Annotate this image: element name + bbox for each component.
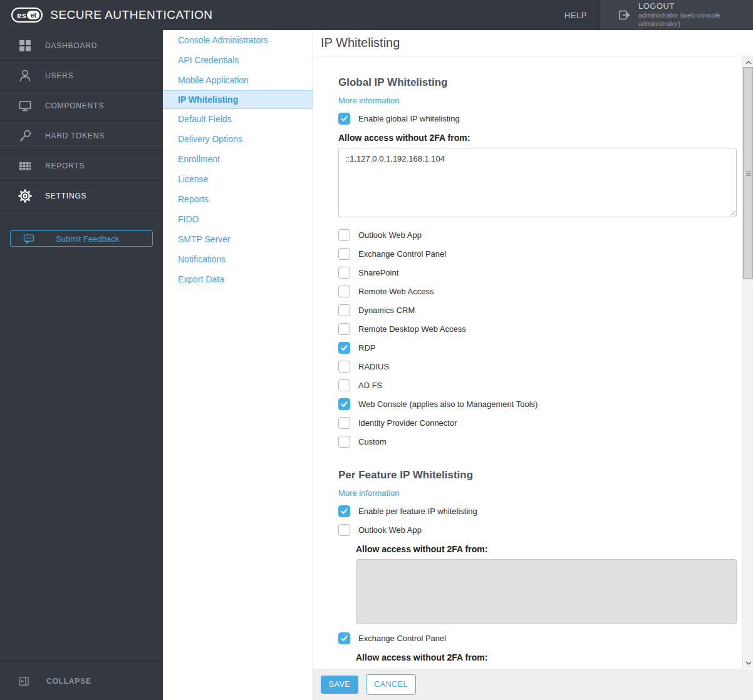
- dashboard-icon: [17, 38, 33, 54]
- sidebar-item-label: DASHBOARD: [45, 41, 97, 50]
- reports-icon: [17, 158, 33, 174]
- settings-scroll-area: Global IP Whitelisting More information …: [313, 57, 742, 667]
- custom-checkbox[interactable]: [338, 436, 350, 448]
- sidebar-item-label: REPORTS: [45, 162, 85, 170]
- eset-logo-left: es: [17, 11, 26, 20]
- scrollbar-grip-icon: [746, 171, 751, 176]
- feature-label: Exchange Control Panel: [358, 249, 446, 259]
- feature-row-sharepoint: SharePoint: [338, 267, 742, 279]
- sidebar-item-hard-tokens[interactable]: HARD TOKENS: [0, 120, 163, 150]
- brand-name: SECURE AUTHENTICATION: [50, 8, 212, 22]
- submenu-item-label: Default Fields: [178, 114, 232, 124]
- global-section-heading: Global IP Whitelisting: [338, 76, 742, 89]
- enable-per-feature-checkbox[interactable]: [338, 505, 350, 517]
- per-feature-section: Per Feature IP Whitelisting More informa…: [338, 469, 742, 667]
- outlook-web-app-checkbox[interactable]: [338, 229, 350, 241]
- scrollbar-thumb[interactable]: [743, 67, 753, 279]
- remote-desktop-web-access-checkbox[interactable]: [338, 323, 350, 335]
- exchange-control-panel-checkbox[interactable]: [338, 248, 350, 260]
- submit-feedback-label: Submit Feedback: [56, 234, 119, 244]
- enable-global-whitelisting-checkbox[interactable]: [338, 113, 350, 125]
- help-button[interactable]: HELP: [564, 0, 587, 30]
- submenu-item-reports[interactable]: Reports: [163, 189, 313, 209]
- feature-label: AD FS: [358, 381, 382, 390]
- sidebar-item-settings[interactable]: SETTINGS: [0, 180, 163, 210]
- brand: es et SECURE AUTHENTICATION: [11, 0, 213, 30]
- sidebar-item-dashboard[interactable]: DASHBOARD: [0, 30, 163, 60]
- save-button[interactable]: SAVE: [321, 676, 358, 694]
- cancel-button[interactable]: CANCEL: [366, 674, 416, 695]
- key-icon: [17, 128, 33, 144]
- eset-logo-icon: es et: [11, 8, 43, 23]
- feature-row-exchange-control-panel: Exchange Control Panel: [338, 248, 742, 260]
- app-window: es et SECURE AUTHENTICATION HELP LOGOUT …: [0, 0, 753, 700]
- feature-row-radius: RADIUS: [338, 361, 742, 373]
- global-feature-list: Outlook Web App Exchange Control Panel S…: [338, 229, 742, 448]
- feedback-bubble-icon: [23, 232, 35, 245]
- feature-label: RADIUS: [358, 362, 389, 371]
- per-feature-outlook-checkbox[interactable]: [338, 524, 350, 536]
- submenu-item-license[interactable]: License: [163, 169, 313, 189]
- main-content: IP Whitelisting Global IP Whitelisting M…: [313, 30, 753, 700]
- scrollbar-down-icon[interactable]: [743, 657, 753, 668]
- dynamics-crm-checkbox[interactable]: [338, 304, 350, 316]
- enable-per-feature-row: Enable per feature IP whitelisting: [338, 505, 742, 517]
- web-console-checkbox[interactable]: [338, 398, 350, 410]
- sidebar-item-components[interactable]: COMPONENTS: [0, 90, 163, 120]
- submenu-item-enrollment[interactable]: Enrollment: [163, 149, 313, 169]
- feature-row-dynamics-crm: Dynamics CRM: [338, 304, 742, 316]
- enable-global-whitelisting-row: Enable global IP whitelisting: [338, 113, 742, 125]
- sidebar-item-label: USERS: [45, 71, 73, 80]
- logout-button[interactable]: LOGOUT administrator (web console admini…: [599, 0, 753, 30]
- rdp-checkbox[interactable]: [338, 342, 350, 354]
- outlook-ip-textarea: [356, 559, 737, 624]
- sidebar-divider: [0, 210, 163, 211]
- submenu-item-console-administrators[interactable]: Console Administrators: [163, 30, 313, 50]
- remote-web-access-checkbox[interactable]: [338, 286, 350, 297]
- sidebar-item-reports[interactable]: REPORTS: [0, 150, 163, 180]
- submenu-item-notifications[interactable]: Notifications: [163, 249, 313, 269]
- action-footer: SAVE CANCEL: [313, 669, 753, 700]
- submenu-item-api-credentials[interactable]: API Credentials: [163, 50, 313, 70]
- submenu-item-label: SMTP Server: [178, 234, 231, 244]
- vertical-scrollbar[interactable]: [742, 57, 753, 668]
- exchange-allow-access-label: Allow access without 2FA from:: [356, 652, 742, 662]
- scrollbar-up-icon[interactable]: [743, 57, 753, 68]
- feature-row-ad-fs: AD FS: [338, 379, 742, 391]
- radius-checkbox[interactable]: [338, 361, 350, 373]
- feature-label: Outlook Web App: [358, 230, 422, 240]
- feature-row-remote-web-access: Remote Web Access: [338, 286, 742, 297]
- feature-label: Outlook Web App: [358, 525, 422, 535]
- per-feature-more-information-link[interactable]: More information: [338, 488, 400, 498]
- submenu-item-default-fields[interactable]: Default Fields: [163, 109, 313, 129]
- feature-row-web-console: Web Console (applies also to Management …: [338, 398, 742, 410]
- submenu-item-mobile-application[interactable]: Mobile Application: [163, 70, 313, 90]
- feature-label: Remote Desktop Web Access: [358, 324, 466, 334]
- page-title-bar: IP Whitelisting: [313, 30, 753, 56]
- submenu-item-smtp-server[interactable]: SMTP Server: [163, 229, 313, 249]
- submenu-item-fido[interactable]: FIDO: [163, 209, 313, 229]
- enable-global-whitelisting-label: Enable global IP whitelisting: [358, 114, 460, 123]
- submenu-item-delivery-options[interactable]: Delivery Options: [163, 129, 313, 149]
- identity-provider-connector-checkbox[interactable]: [338, 417, 350, 429]
- sidebar-item-label: HARD TOKENS: [45, 131, 105, 140]
- sidebar-item-users[interactable]: USERS: [0, 60, 163, 90]
- collapse-button[interactable]: COLLAPSE: [0, 661, 163, 700]
- submenu-item-label: Enrollment: [178, 154, 220, 164]
- sidebar-item-label: SETTINGS: [45, 192, 86, 200]
- global-more-information-link[interactable]: More information: [338, 96, 400, 105]
- feature-label: Dynamics CRM: [358, 306, 415, 315]
- feature-label: Remote Web Access: [358, 287, 434, 296]
- components-icon: [17, 98, 33, 114]
- submenu-item-label: FIDO: [178, 214, 199, 224]
- feature-row-remote-desktop-web-access: Remote Desktop Web Access: [338, 323, 742, 335]
- global-ip-textarea[interactable]: ::1,127.0.0.1,192.168.1.104: [338, 148, 737, 217]
- submenu-item-export-data[interactable]: Export Data: [163, 269, 313, 289]
- sidebar: DASHBOARD USERS COMPONENTS: [0, 30, 163, 700]
- per-feature-exchange-checkbox[interactable]: [338, 632, 350, 644]
- collapse-label: COLLAPSE: [46, 677, 91, 686]
- ad-fs-checkbox[interactable]: [338, 379, 350, 391]
- sharepoint-checkbox[interactable]: [338, 267, 350, 279]
- submenu-item-ip-whitelisting[interactable]: IP Whitelisting: [163, 90, 313, 109]
- submit-feedback-button[interactable]: Submit Feedback: [10, 230, 153, 247]
